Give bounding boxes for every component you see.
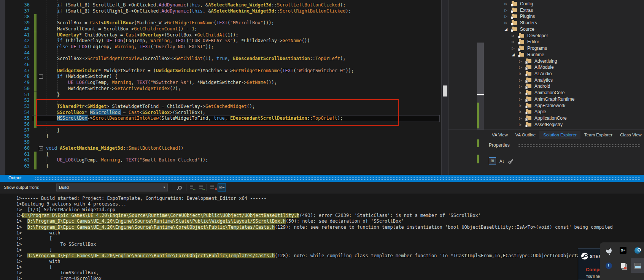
chevron-collapsed-icon[interactable]: ▷ xyxy=(518,71,523,77)
tab-solution-explorer[interactable]: Solution Explorer xyxy=(539,131,580,139)
alphabetical-icon[interactable]: A↓ xyxy=(498,157,506,165)
code-line-50[interactable]: 50 MWidgetSwitcher->SetActiveWidgetIndex… xyxy=(0,86,441,92)
satellite-dish-icon[interactable] xyxy=(605,247,612,254)
code-line-48[interactable]: 48− if (MWidgetSwitcher) { xyxy=(0,74,441,80)
output-line[interactable]: 1> D:\Program_D\Epic Games\UE_4.20\Engin… xyxy=(16,225,613,230)
code-line-42[interactable]: 42 if (ChildOverlay) UE_LOG(LogTemp, War… xyxy=(0,38,441,44)
word-wrap-icon[interactable]: ab↩ xyxy=(218,184,226,191)
fold-collapse-icon[interactable]: − xyxy=(39,74,43,79)
output-line[interactable]: 1> To=SScrollBox, xyxy=(16,270,99,276)
code-line-51[interactable]: 51 } xyxy=(0,92,441,98)
code-line-60[interactable]: 60−void ASelectMachine_Widget3d::SmallBu… xyxy=(0,146,441,152)
chevron-expanded-icon[interactable]: ◢ xyxy=(504,26,508,33)
xfi-icon[interactable]: XFI xyxy=(620,247,627,254)
code-line-47[interactable]: 47 UWidgetSwitcher* MWidgetSwitcher = (U… xyxy=(0,68,441,74)
code-line-59[interactable]: 59 xyxy=(0,139,441,146)
output-line[interactable]: 1> To=SScrollBox xyxy=(16,242,96,247)
tab-team-explorer[interactable]: Team Explorer xyxy=(580,131,616,139)
tray-cell[interactable] xyxy=(631,274,644,280)
scrollbar-thumb[interactable] xyxy=(443,85,447,96)
editor-vertical-scrollbar[interactable] xyxy=(441,0,448,175)
output-source-dropdown[interactable]: Build ▾ xyxy=(56,184,168,191)
steam-tray-icon[interactable] xyxy=(634,247,641,254)
tray-cell[interactable] xyxy=(616,258,630,273)
code-line-49[interactable]: 49 UE_LOG(LogTemp, Warning, TEXT("WSwitc… xyxy=(0,80,441,86)
output-text-area[interactable]: 1>------ Build started: Project: ExpoTem… xyxy=(0,193,644,280)
tray-cell[interactable]: XFI xyxy=(616,243,630,258)
tab-va-view[interactable]: VA View xyxy=(488,131,512,139)
tab-class-view[interactable]: Class View xyxy=(616,131,644,139)
code-line-63[interactable]: 63} xyxy=(0,163,441,169)
code-line-41[interactable]: 41 UOverlay* ChildOverlay = Cast<UOverla… xyxy=(0,32,441,38)
pin-icon[interactable] xyxy=(176,184,184,191)
chevron-expanded-icon[interactable]: ◢ xyxy=(511,52,515,58)
chevron-collapsed-icon[interactable]: ▷ xyxy=(518,115,523,122)
code-line-58[interactable]: 58} xyxy=(0,133,441,139)
previous-message-icon[interactable]: ← xyxy=(189,184,197,191)
code-line-62[interactable]: 62 UE_LOG(LogTemp, Warning, TEXT("Small … xyxy=(0,157,441,163)
chevron-collapsed-icon[interactable]: ▷ xyxy=(518,96,523,103)
tree-item-config[interactable]: ▷Config xyxy=(448,1,644,7)
output-line[interactable]: 1> [1/3] SelectMachine_Widget3d.cpp xyxy=(16,207,115,213)
chevron-collapsed-icon[interactable]: ▷ xyxy=(518,109,523,115)
tray-cell[interactable] xyxy=(631,243,644,258)
output-line[interactable]: 1> From=UScrollBox xyxy=(16,276,102,280)
output-line[interactable]: 1> with xyxy=(16,259,60,264)
output-line[interactable]: 1> D:\Program_D\Epic Games\UE_4.20\Engin… xyxy=(16,253,599,259)
code-editor[interactable]: 36 if (Small_B) ScrollLeft_B->OnClicked.… xyxy=(0,0,448,175)
output-line[interactable]: 1> [ xyxy=(16,264,52,270)
chevron-collapsed-icon[interactable]: ▷ xyxy=(518,58,523,65)
tree-item-shaders[interactable]: ▷Shaders xyxy=(448,20,644,26)
code-line-39[interactable]: 39 ScrollBox = Cast<UScrollBox>(Machine_… xyxy=(0,20,441,26)
tree-item-extras[interactable]: ▷Extras xyxy=(448,7,644,14)
output-line[interactable]: 1>Building 3 actions with 4 processes... xyxy=(16,201,126,207)
alert-icon[interactable]: ! xyxy=(606,263,612,269)
copy-files-icon[interactable] xyxy=(621,263,626,269)
fold-collapse-icon[interactable]: − xyxy=(39,146,43,150)
code-line-57[interactable]: 57 } xyxy=(0,128,441,134)
output-line[interactable]: 1>------ Build started: Project: ExpoTem… xyxy=(16,196,266,201)
chevron-collapsed-icon[interactable]: ▷ xyxy=(504,13,508,20)
code-line-40[interactable]: 40 MaxScrollCount = ScrollBox->GetChildr… xyxy=(0,26,441,32)
tray-cell[interactable] xyxy=(631,258,644,273)
code-line-46[interactable]: 46 xyxy=(0,62,441,68)
chevron-collapsed-icon[interactable]: ▷ xyxy=(511,39,515,45)
tree-item-source[interactable]: ◢Source xyxy=(448,26,644,33)
output-line[interactable]: 1> [ xyxy=(16,236,52,242)
remote-window-icon[interactable] xyxy=(634,263,641,269)
tray-cell[interactable] xyxy=(602,274,615,280)
chevron-collapsed-icon[interactable]: ▷ xyxy=(518,64,523,71)
chevron-collapsed-icon[interactable]: ▷ xyxy=(518,77,523,84)
tray-cell[interactable] xyxy=(616,274,630,280)
clear-all-icon[interactable]: × xyxy=(209,184,218,191)
chevron-collapsed-icon[interactable]: ▷ xyxy=(504,20,508,26)
output-line[interactable]: 1> with xyxy=(16,230,60,236)
property-pages-icon[interactable] xyxy=(508,157,515,165)
system-tray-flyout[interactable]: XFI! xyxy=(600,242,644,280)
chevron-collapsed-icon[interactable]: ▷ xyxy=(518,90,523,96)
scrollbar-thumb[interactable] xyxy=(477,43,484,94)
chevron-collapsed-icon[interactable]: ▷ xyxy=(504,7,508,14)
categorized-icon[interactable]: ⊞ xyxy=(489,157,496,165)
tree-item-plugins[interactable]: ▷Plugins xyxy=(448,13,644,20)
chevron-collapsed-icon[interactable]: ▷ xyxy=(511,33,515,39)
tray-cell[interactable] xyxy=(602,243,615,258)
code-line-38[interactable]: 38 xyxy=(0,14,441,20)
code-line-43[interactable]: 43 else UE_LOG(LogTemp, Warning, TEXT("O… xyxy=(0,44,441,50)
code-line-45[interactable]: 45 ScrollBox->ScrollWidgetIntoView(Scrol… xyxy=(0,56,441,62)
chevron-collapsed-icon[interactable]: ▷ xyxy=(518,122,523,128)
code-line-36[interactable]: 36 if (Small_B) ScrollLeft_B->OnClicked.… xyxy=(0,2,441,8)
chevron-collapsed-icon[interactable]: ▷ xyxy=(504,1,508,7)
chevron-collapsed-icon[interactable]: ▷ xyxy=(518,83,523,90)
chevron-collapsed-icon[interactable]: ▷ xyxy=(518,103,523,109)
output-titlebar[interactable]: Output xyxy=(0,175,644,182)
code-line-44[interactable]: 44 xyxy=(0,50,441,56)
next-message-icon[interactable]: → xyxy=(198,184,207,191)
output-line[interactable]: 1> ] xyxy=(16,247,52,253)
tray-cell[interactable]: ! xyxy=(602,258,615,273)
chevron-collapsed-icon[interactable]: ▷ xyxy=(511,45,515,52)
tree-item-developer[interactable]: ▷Developer xyxy=(448,33,644,39)
tab-va-outline[interactable]: VA Outline xyxy=(512,131,540,139)
code-line-61[interactable]: 61{ xyxy=(0,152,441,158)
output-line[interactable]: 1> D:\Program_D\Epic Games\UE_4.20\Engin… xyxy=(16,218,404,224)
